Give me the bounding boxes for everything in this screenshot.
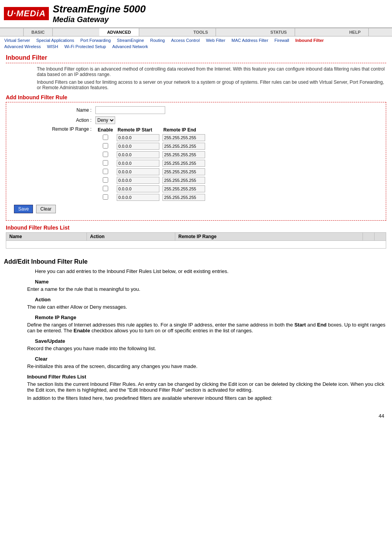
nav-advanced-wireless[interactable]: Advanced Wireless — [3, 44, 42, 49]
help-save-text: Record the changes you have made into th… — [4, 346, 388, 351]
action-select[interactable]: Allow Deny — [95, 116, 115, 124]
rules-col-edit — [363, 233, 375, 241]
add-rule-title: Add Inbound Filter Rule — [6, 94, 386, 100]
ip-start-input[interactable] — [117, 151, 159, 158]
nav-tools[interactable]: TOOLS — [186, 28, 216, 36]
action-label: Action : — [14, 117, 92, 123]
name-row: Name : — [14, 106, 378, 114]
name-label: Name : — [14, 107, 92, 113]
nav-advanced-network[interactable]: Advanced Network — [111, 44, 149, 49]
ip-end-input[interactable] — [162, 134, 205, 141]
rules-list-title: Inbound Filter Rules List — [6, 225, 386, 231]
ip-start-input[interactable] — [117, 160, 159, 167]
form-buttons: Save Clear — [14, 205, 378, 213]
remote-ip-label: Remote IP Range : — [14, 126, 92, 132]
ip-end-input[interactable] — [162, 177, 205, 184]
nav-streamengine[interactable]: StreamEngine — [116, 38, 145, 43]
nav-virtual-server[interactable]: Virtual Server — [3, 38, 31, 43]
nav-help[interactable]: HELP — [342, 28, 369, 36]
help-save-heading: Save/Update — [35, 338, 388, 344]
help-clear-text: Re-initialize this area of the screen, d… — [4, 363, 388, 369]
nav-wifi-protected[interactable]: Wi-Fi Protected Setup — [63, 44, 107, 49]
help-title: Add/Edit Inbound Filter Rule — [4, 258, 388, 265]
help-remote-ip-text: Define the ranges of Internet addresses … — [4, 322, 388, 333]
help-section: Add/Edit Inbound Filter Rule Here you ca… — [0, 252, 392, 409]
ip-end-input[interactable] — [162, 168, 205, 175]
intro-text-2: Inbound Filters can be used for limiting… — [6, 79, 386, 90]
ip-row — [95, 168, 207, 176]
ip-start-input[interactable] — [117, 143, 159, 150]
help-rules-list-heading: Inbound Filter Rules List — [27, 374, 388, 380]
ip-end-input[interactable] — [162, 160, 205, 167]
nav-access-control[interactable]: Access Control — [170, 38, 201, 43]
ip-end-input[interactable] — [162, 194, 205, 201]
logo-text-wrap: StreamEngine 5000 Media Gateway — [53, 3, 146, 24]
logo: U·MEDiA — [4, 7, 49, 20]
nav-sub-row1: Virtual Server Special Applications Port… — [3, 37, 389, 43]
action-row: Action : Allow Deny — [14, 116, 378, 124]
ip-start-input[interactable] — [117, 177, 159, 184]
ip-enable-checkbox[interactable] — [103, 169, 108, 174]
ip-row — [95, 176, 207, 185]
main-content: Inbound Filter The Inbound Filter option… — [0, 50, 392, 252]
ip-range-table: Enable Remote IP Start Remote IP End — [95, 126, 207, 202]
ip-enable-checkbox[interactable] — [103, 152, 108, 157]
help-remote-ip-heading: Remote IP Range — [35, 314, 388, 320]
rules-col-name: Name — [6, 233, 87, 241]
title-line2: Media Gateway — [53, 15, 146, 24]
help-name-text: Enter a name for the rule that is meanin… — [4, 286, 388, 292]
nav-inbound-filter[interactable]: Inbound Filter — [294, 38, 325, 43]
rules-table: Name Action Remote IP Range — [6, 232, 386, 249]
save-button[interactable]: Save — [14, 205, 33, 213]
remote-ip-header-row: Remote IP Range : Enable Remote IP Start… — [14, 126, 378, 202]
help-action-text: The rule can either Allow or Deny messag… — [4, 304, 388, 310]
nav-status[interactable]: STATUS — [262, 28, 295, 36]
ip-enable-checkbox[interactable] — [103, 177, 108, 183]
nav-special-apps[interactable]: Special Applications — [35, 38, 75, 43]
nav-wish[interactable]: WISH — [46, 44, 59, 49]
title-line1: StreamEngine 5000 — [53, 3, 146, 15]
add-rule-form: Name : Action : Allow Deny Remote IP Ran… — [6, 102, 386, 221]
col-start: Remote IP Start — [115, 126, 161, 133]
nav-basic[interactable]: BASIC — [23, 28, 53, 36]
help-start-bold: Start — [294, 322, 306, 328]
page-title: Inbound Filter — [6, 54, 386, 61]
ip-enable-checkbox[interactable] — [103, 194, 108, 200]
nav-top: BASIC ADVANCED TOOLS STATUS HELP — [0, 28, 392, 36]
ip-start-input[interactable] — [117, 168, 159, 175]
ip-enable-checkbox[interactable] — [103, 186, 108, 191]
help-end-bold: End — [317, 322, 327, 328]
rules-empty-row — [6, 241, 386, 249]
rules-col-action: Action — [87, 233, 175, 241]
help-clear-heading: Clear — [35, 356, 388, 362]
name-input[interactable] — [95, 106, 165, 114]
nav-port-forwarding[interactable]: Port Forwarding — [79, 38, 112, 43]
page-number: 44 — [0, 409, 392, 423]
nav-web-filter[interactable]: Web Filter — [205, 38, 226, 43]
ip-end-input[interactable] — [162, 151, 205, 158]
help-intro: Here you can add entries to the Inbound … — [4, 268, 388, 274]
clear-button[interactable]: Clear — [36, 205, 56, 213]
ip-enable-checkbox[interactable] — [103, 160, 108, 166]
logo-brand: U·MEDiA — [7, 9, 46, 19]
ip-enable-checkbox[interactable] — [103, 135, 108, 140]
ip-row — [95, 150, 207, 159]
ip-row — [95, 133, 207, 142]
ip-start-input[interactable] — [117, 134, 159, 141]
help-action-heading: Action — [35, 297, 388, 302]
ip-start-input[interactable] — [117, 185, 159, 192]
col-enable: Enable — [95, 126, 115, 133]
help-enable-bold: Enable — [74, 328, 90, 333]
ip-start-input[interactable] — [117, 194, 159, 201]
nav-mac-filter[interactable]: MAC Address Filter — [230, 38, 269, 43]
nav-firewall[interactable]: Firewall — [273, 38, 290, 43]
help-rules-text: The section lists the current Inbound Fi… — [4, 381, 388, 393]
title-divider — [6, 63, 386, 63]
nav-advanced[interactable]: ADVANCED — [99, 28, 139, 36]
ip-row — [95, 142, 207, 150]
nav-routing[interactable]: Routing — [149, 38, 166, 43]
ip-enable-checkbox[interactable] — [103, 143, 108, 149]
nav-sub: Virtual Server Special Applications Port… — [0, 36, 392, 50]
ip-end-input[interactable] — [162, 143, 205, 150]
ip-end-input[interactable] — [162, 185, 205, 192]
